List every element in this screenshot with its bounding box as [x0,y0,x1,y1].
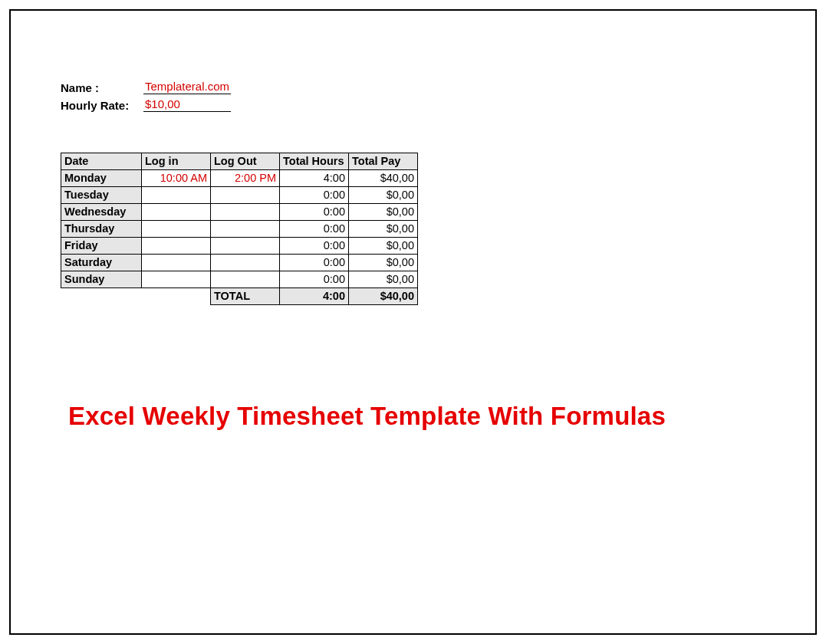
hours-cell: 0:00 [280,255,349,271]
total-hours: 4:00 [280,288,349,305]
table-row: Sunday 0:00 $0,00 [61,271,418,288]
day-cell: Monday [61,170,142,187]
name-value[interactable]: Templateral.com [143,80,231,94]
login-cell[interactable] [142,204,211,221]
col-header-login: Log in [142,153,211,170]
table-row: Thursday 0:00 $0,00 [61,221,418,238]
day-cell: Friday [61,238,142,255]
logout-cell[interactable] [211,271,280,288]
page: Name : Templateral.com Hourly Rate: $10,… [0,0,826,644]
total-row: TOTAL 4:00 $40,00 [61,288,418,305]
logout-cell[interactable] [211,187,280,204]
col-header-logout: Log Out [211,153,280,170]
pay-cell: $0,00 [349,238,418,255]
blank-cell [61,288,142,305]
col-header-hours: Total Hours [280,153,349,170]
blank-cell [142,288,211,305]
logout-cell[interactable] [211,238,280,255]
day-cell: Tuesday [61,187,142,204]
col-header-date: Date [61,153,142,170]
table-row: Saturday 0:00 $0,00 [61,255,418,271]
login-cell[interactable] [142,221,211,238]
login-cell[interactable]: 10:00 AM [142,170,211,187]
logout-cell[interactable] [211,255,280,271]
document-frame: Name : Templateral.com Hourly Rate: $10,… [9,9,817,635]
day-cell: Sunday [61,271,142,288]
table-row: Friday 0:00 $0,00 [61,238,418,255]
hours-cell: 4:00 [280,170,349,187]
hours-cell: 0:00 [280,187,349,204]
logout-cell[interactable] [211,204,280,221]
col-header-pay: Total Pay [349,153,418,170]
hours-cell: 0:00 [280,238,349,255]
table-row: Wednesday 0:00 $0,00 [61,204,418,221]
header-block: Name : Templateral.com Hourly Rate: $10,… [61,80,231,115]
pay-cell: $0,00 [349,255,418,271]
logout-cell[interactable]: 2:00 PM [211,170,280,187]
table-header-row: Date Log in Log Out Total Hours Total Pa… [61,153,418,170]
login-cell[interactable] [142,187,211,204]
logout-cell[interactable] [211,221,280,238]
table-row: Monday 10:00 AM 2:00 PM 4:00 $40,00 [61,170,418,187]
rate-label: Hourly Rate: [61,99,143,112]
pay-cell: $0,00 [349,204,418,221]
day-cell: Saturday [61,255,142,271]
day-cell: Wednesday [61,204,142,221]
hours-cell: 0:00 [280,221,349,238]
login-cell[interactable] [142,238,211,255]
pay-cell: $0,00 [349,221,418,238]
total-pay: $40,00 [349,288,418,305]
pay-cell: $40,00 [349,170,418,187]
hours-cell: 0:00 [280,204,349,221]
name-row: Name : Templateral.com [61,80,231,94]
table-row: Tuesday 0:00 $0,00 [61,187,418,204]
pay-cell: $0,00 [349,271,418,288]
page-title: Excel Weekly Timesheet Template With For… [68,402,666,431]
rate-row: Hourly Rate: $10,00 [61,97,231,112]
timesheet-table: Date Log in Log Out Total Hours Total Pa… [61,153,418,305]
name-label: Name : [61,81,143,94]
hours-cell: 0:00 [280,271,349,288]
rate-value[interactable]: $10,00 [143,97,231,112]
total-label: TOTAL [211,288,280,305]
day-cell: Thursday [61,221,142,238]
login-cell[interactable] [142,255,211,271]
login-cell[interactable] [142,271,211,288]
pay-cell: $0,00 [349,187,418,204]
